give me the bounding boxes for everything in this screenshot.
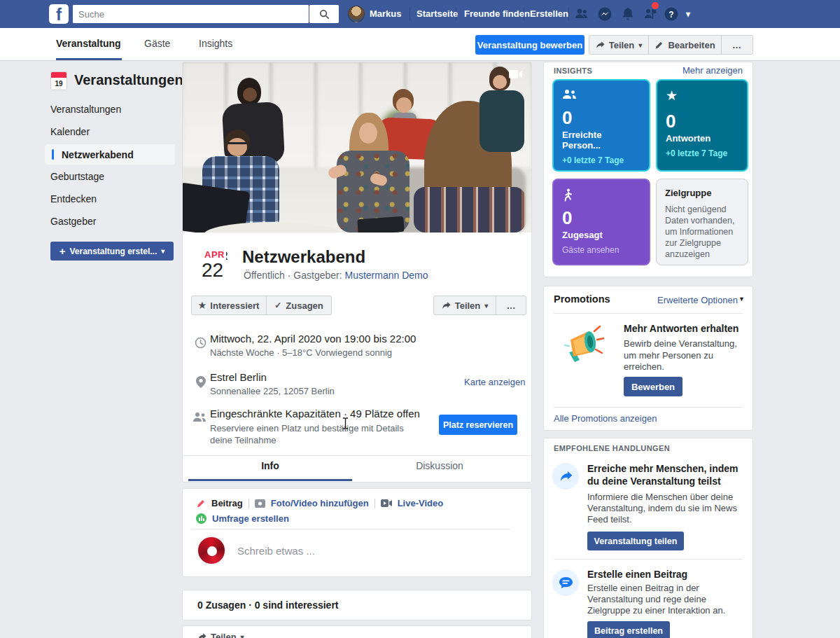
search-button[interactable] xyxy=(309,5,339,23)
share-icon xyxy=(596,41,605,50)
composer-card: Beitrag Foto/Video hinzufügen Live-Video… xyxy=(182,488,532,577)
tab-diskussion[interactable]: Diskussion xyxy=(358,460,522,471)
insight-responses-label: Antworten xyxy=(666,133,738,144)
recommended-item1-title: Erreiche mehr Menschen, indem du deine V… xyxy=(587,462,746,487)
responses-card: 0 Zusagen · 0 sind interessiert xyxy=(182,590,532,620)
facebook-event-page: f Markus Startseite Freunde finden Erste… xyxy=(0,0,840,638)
composer-divider xyxy=(248,499,249,508)
nav-create-link[interactable]: Erstellen xyxy=(530,0,568,28)
event-title: Netzwerkabend xyxy=(242,247,365,267)
going-label: Zusagen xyxy=(286,300,323,311)
top-navigation-bar: f Markus Startseite Freunde finden Erste… xyxy=(0,0,840,28)
insight-card-audience: Zielgruppe Nicht genügend Daten vorhande… xyxy=(656,179,748,265)
event-datetime-sub: Nächste Woche · 5–18°C Vorwiegend sonnig xyxy=(210,347,392,358)
insight-card-going[interactable]: 0 Zugesagt Gäste ansehen xyxy=(552,179,650,265)
tab-info-label: Info xyxy=(261,460,279,471)
insight-card-reached[interactable]: 0 Erreichte Person... +0 letzte 7 Tage xyxy=(552,79,650,172)
event-share-button[interactable]: Teilen ▾ xyxy=(434,296,496,314)
search-input[interactable] xyxy=(73,5,309,23)
interested-button[interactable]: ★ Interessiert xyxy=(192,296,266,314)
composer-divider-line xyxy=(191,529,510,529)
sidebar-item-label: Netzwerkabend xyxy=(62,149,134,160)
share-event-button[interactable]: Veranstaltung teilen xyxy=(587,532,684,550)
edit-button[interactable]: Bearbeiten xyxy=(648,36,721,54)
recommended-header: EMPFOHLENE HANDLUNGEN xyxy=(554,444,670,452)
show-map-link[interactable]: Karte anzeigen xyxy=(464,377,525,387)
capacity-people-icon xyxy=(193,412,206,422)
bottom-share-label: Teilen xyxy=(211,632,237,638)
help-icon[interactable]: ? xyxy=(664,6,679,22)
tab-veranstaltung[interactable]: Veranstaltung xyxy=(56,28,121,60)
tab-insights[interactable]: Insights xyxy=(199,28,232,60)
topbar-divider xyxy=(524,7,524,21)
facebook-logo[interactable]: f xyxy=(49,4,69,24)
promote-bewerben-button[interactable]: Bewerben xyxy=(624,377,682,396)
create-event-button[interactable]: + Veranstaltung erstel... ▾ xyxy=(50,242,174,261)
star-icon: ★ xyxy=(666,88,678,103)
check-icon: ✓ xyxy=(274,300,281,310)
more-actions-button[interactable]: … xyxy=(721,36,752,54)
svg-text:?: ? xyxy=(668,10,673,20)
caret-down-icon: ▾ xyxy=(161,247,164,255)
tab-info[interactable]: Info xyxy=(188,460,352,471)
composer-actions-row2: Umfrage erstellen xyxy=(196,513,289,524)
insight-card-responses[interactable]: ★ 0 Antworten +0 letzte 7 Tage xyxy=(656,79,748,172)
account-caret-icon[interactable]: ▾ xyxy=(686,0,690,28)
insight-responses-value: 0 xyxy=(666,111,738,131)
event-tab-row: Veranstaltung Gäste Insights Veranstaltu… xyxy=(0,28,840,61)
caret-down-icon[interactable]: ▼ xyxy=(738,296,745,303)
notifications-icon[interactable] xyxy=(620,6,636,22)
promotions-divider xyxy=(554,313,743,314)
reserve-seat-button[interactable]: Platz reservieren xyxy=(439,415,517,435)
composer-post-action[interactable]: Beitrag xyxy=(211,498,243,508)
composer-photo-video-action[interactable]: Foto/Video hinzufügen xyxy=(271,498,369,508)
user-avatar[interactable] xyxy=(348,6,365,22)
user-name-link[interactable]: Markus xyxy=(370,0,402,28)
event-host-link[interactable]: Mustermann Demo xyxy=(344,270,428,281)
composer-actions-row: Beitrag Foto/Video hinzufügen Live-Video xyxy=(196,498,443,508)
tab-gaeste[interactable]: Gäste xyxy=(144,28,170,60)
nav-find-friends-link[interactable]: Freunde finden xyxy=(464,0,530,28)
event-day: 22 xyxy=(202,259,223,282)
nav-home-link[interactable]: Startseite xyxy=(416,0,458,28)
caret-down-icon: ▾ xyxy=(638,41,642,49)
plus-icon: + xyxy=(59,245,66,257)
poll-icon xyxy=(196,513,206,524)
event-meta: Öffentlich · Gastgeber: Mustermann Demo xyxy=(244,270,428,281)
photo-laptop xyxy=(357,216,404,233)
event-more-button[interactable]: … xyxy=(496,296,526,314)
bottom-share-button[interactable]: Teilen ▾ xyxy=(197,632,244,638)
create-post-button[interactable]: Beitrag erstellen xyxy=(587,621,670,638)
pencil-icon xyxy=(654,41,664,50)
event-cover-photo[interactable] xyxy=(183,62,531,233)
sidebar-item-gastgeber[interactable]: Gastgeber xyxy=(50,216,96,227)
friends-icon[interactable] xyxy=(574,6,589,22)
share-button[interactable]: Teilen ▾ xyxy=(589,36,648,54)
sidebar-item-entdecken[interactable]: Entdecken xyxy=(50,193,97,204)
bewerben-label: Bewerben xyxy=(631,382,675,392)
selected-indicator-bar xyxy=(52,149,54,160)
sidebar-title: Veranstaltungen xyxy=(74,72,183,88)
promote-event-button[interactable]: Veranstaltung bewerben xyxy=(475,35,584,55)
messenger-icon[interactable] xyxy=(597,6,612,22)
sidebar-item-geburtstage[interactable]: Geburtstage xyxy=(50,171,104,182)
event-share-group: Teilen ▾ … xyxy=(433,296,526,315)
interested-label: Interessiert xyxy=(210,300,259,311)
photo-person-glasses xyxy=(228,142,246,148)
search-box xyxy=(73,5,309,23)
composer-live-video-action[interactable]: Live-Video xyxy=(398,498,444,508)
camera-icon xyxy=(255,499,265,508)
sidebar-item-netzwerkabend-selected[interactable]: Netzwerkabend xyxy=(45,144,175,165)
all-promotions-link[interactable]: Alle Promotions anzeigen xyxy=(554,413,657,424)
going-button[interactable]: ✓ Zusagen xyxy=(266,296,331,314)
sidebar-item-kalender[interactable]: Kalender xyxy=(50,126,90,137)
share-event-label: Veranstaltung teilen xyxy=(594,536,678,546)
composer-input[interactable]: Schreib etwas ... xyxy=(237,545,315,557)
promotion-item-title: Mehr Antworten erhalten xyxy=(624,323,738,334)
advanced-options-link[interactable]: Erweiterte Optionen xyxy=(657,295,738,305)
insights-more-link[interactable]: Mehr anzeigen xyxy=(682,65,743,76)
sidebar-item-veranstaltungen[interactable]: Veranstaltungen xyxy=(50,104,121,115)
edit-label: Bearbeiten xyxy=(668,40,715,50)
composer-poll-action[interactable]: Umfrage erstellen xyxy=(212,513,289,524)
insight-reached-label: Erreichte Person... xyxy=(562,130,640,151)
